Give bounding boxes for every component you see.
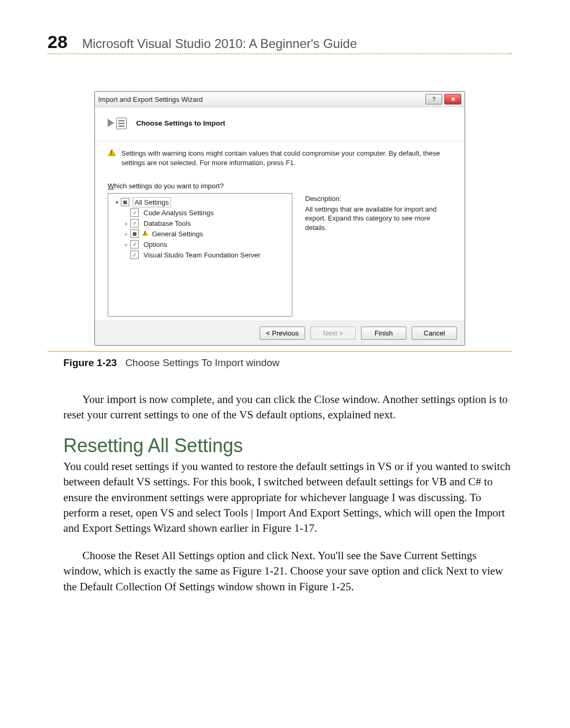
cancel-button[interactable]: Cancel: [412, 327, 457, 340]
description-title: Description:: [305, 194, 452, 204]
figure-rule: [48, 351, 512, 352]
wizard-icon: [107, 114, 127, 131]
expander-icon[interactable]: ▾: [113, 199, 120, 205]
tree-item[interactable]: ✓Code Analysis Settings: [110, 207, 290, 218]
book-title: Microsoft Visual Studio 2010: A Beginner…: [82, 36, 357, 51]
checkbox[interactable]: ✓: [130, 251, 139, 259]
expander-icon[interactable]: ▹: [123, 221, 129, 226]
checkbox[interactable]: ✓: [130, 240, 139, 248]
finish-button[interactable]: Finish: [361, 327, 406, 340]
warning-text: Settings with warning icons might contai…: [121, 149, 452, 167]
checkbox[interactable]: ✓: [130, 219, 139, 227]
tree-item[interactable]: ▹✓Options: [110, 239, 290, 250]
mnemonic: W: [108, 182, 114, 190]
checkbox[interactable]: ✓: [130, 208, 139, 217]
expander-icon[interactable]: ▹: [123, 231, 129, 237]
dialog-window: Import and Export Settings Wizard ? ✕ Ch…: [94, 91, 465, 346]
warning-icon: [108, 149, 116, 157]
description-body: All settings that are available for impo…: [305, 205, 452, 233]
warning-row: Settings with warning icons might contai…: [108, 149, 452, 167]
dialog-body: Settings with warning icons might contai…: [95, 141, 464, 321]
titlebar: Import and Export Settings Wizard ? ✕: [95, 92, 464, 107]
figure-caption-text: Choose Settings To Import window: [125, 357, 279, 368]
section-label: Which settings do you want to import?: [108, 182, 452, 190]
tree-item[interactable]: ▹✓Database Tools: [110, 218, 290, 228]
titlebar-buttons: ? ✕: [425, 94, 461, 104]
section-heading: Resetting All Settings: [63, 435, 512, 457]
previous-button[interactable]: < Previous: [260, 327, 305, 340]
tree-item-label: Database Tools: [142, 219, 192, 228]
close-icon: ✕: [451, 96, 455, 103]
help-icon: ?: [432, 96, 435, 102]
page: 28 Microsoft Visual Studio 2010: A Begin…: [0, 0, 570, 728]
close-button[interactable]: ✕: [444, 94, 461, 104]
body-paragraph-2: You could reset settings if you wanted t…: [63, 459, 512, 537]
tree-item-label: General Settings: [150, 229, 205, 238]
tree-item-label: Visual Studio Team Foundation Server: [142, 251, 262, 260]
settings-tree[interactable]: ▾■All Settings✓Code Analysis Settings▹✓D…: [108, 193, 292, 317]
figure-caption: Figure 1-23Choose Settings To Import win…: [63, 357, 512, 369]
tree-item-label: Code Analysis Settings: [142, 208, 215, 217]
checkbox[interactable]: ■: [130, 229, 139, 238]
import-arrow-icon: [108, 119, 114, 127]
expander-icon[interactable]: ▹: [123, 242, 129, 247]
panes: ▾■All Settings✓Code Analysis Settings▹✓D…: [108, 193, 452, 317]
description-panel: Description: All settings that are avail…: [305, 193, 452, 317]
help-button[interactable]: ?: [425, 94, 442, 104]
figure-label: Figure 1-23: [63, 357, 117, 368]
next-button: Next >: [310, 327, 356, 340]
checkbox[interactable]: ■: [121, 198, 129, 206]
body-paragraph-1: Your import is now complete, and you can…: [63, 392, 512, 423]
warning-icon: [142, 231, 148, 237]
wizard-title: Choose Settings to Import: [136, 119, 225, 127]
dialog-title: Import and Export Settings Wizard: [98, 95, 203, 103]
page-header: 28 Microsoft Visual Studio 2010: A Begin…: [48, 32, 512, 54]
settings-list-icon: [116, 118, 127, 129]
dialog-footer: < Previous Next > Finish Cancel: [95, 321, 464, 345]
tree-item[interactable]: ✓Visual Studio Team Foundation Server: [110, 250, 290, 260]
body-paragraph-3: Choose the Reset All Settings option and…: [63, 548, 512, 595]
tree-item[interactable]: ▹■General Settings: [110, 228, 290, 239]
wizard-header: Choose Settings to Import: [95, 107, 464, 141]
section-label-rest: hich settings do you want to import?: [114, 182, 223, 190]
tree-item-label: Options: [142, 240, 169, 249]
page-number: 28: [48, 32, 68, 52]
tree-item-label: All Settings: [132, 197, 171, 207]
tree-item[interactable]: ▾■All Settings: [110, 197, 290, 207]
